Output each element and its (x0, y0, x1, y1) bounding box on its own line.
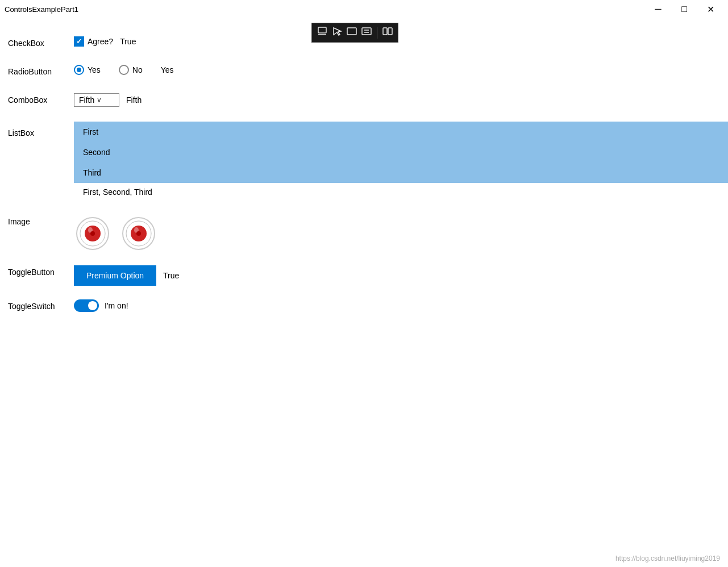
radiobutton-section-label: RadioButton (0, 65, 74, 76)
listbox-selected-text: First, Second, Third (74, 183, 728, 201)
svg-rect-6 (383, 28, 387, 35)
title-bar: ControlsExamplePart1 ─ □ ✕ (0, 0, 728, 18)
toggleswitch-section-label: ToggleSwitch (0, 299, 74, 311)
dial-svg-1 (76, 216, 110, 251)
checkbox-label: Agree? (88, 37, 113, 46)
radio-no-outer[interactable] (119, 65, 129, 75)
toolbar-icon-1[interactable] (317, 26, 328, 40)
listbox-item-2[interactable]: Third (74, 162, 728, 183)
radio-yes-inner (77, 68, 81, 72)
svg-rect-3 (362, 28, 371, 35)
window-controls: ─ □ ✕ (645, 0, 723, 18)
combobox-status: Fifth (126, 95, 142, 105)
toolbar-icon-5[interactable] (382, 26, 393, 40)
minimize-button[interactable]: ─ (645, 0, 671, 18)
combobox-row: ComboBox Fifth ∨ Fifth (0, 86, 728, 115)
combobox-selected-text: Fifth (79, 95, 94, 105)
svg-point-17 (136, 231, 141, 236)
radio-no-label: No (132, 65, 143, 74)
checkbox-check-icon: ✓ (76, 37, 82, 45)
toolbar-icon-2[interactable] (331, 26, 343, 40)
listbox-item-1[interactable]: Second (74, 142, 728, 162)
svg-point-12 (90, 231, 95, 236)
image-section-label: Image (0, 215, 74, 226)
svg-rect-0 (318, 27, 326, 33)
togglebutton-status: True (163, 271, 179, 280)
togglebutton-content: Premium Option True (74, 265, 728, 286)
close-button[interactable]: ✕ (697, 0, 723, 18)
toolbar (311, 23, 398, 43)
listbox-item-0[interactable]: First (74, 122, 728, 142)
toggle-switch-container: I'm on! (74, 299, 128, 312)
toggleswitch-content: I'm on! (74, 299, 728, 312)
togglebutton-section-label: ToggleButton (0, 265, 74, 277)
svg-rect-2 (347, 28, 356, 35)
image-row: Image (0, 208, 728, 259)
togglebutton-row: ToggleButton Premium Option True (0, 259, 728, 293)
toolbar-icon-3[interactable] (346, 26, 357, 40)
image-content (74, 215, 728, 252)
radio-yes-label: Yes (88, 65, 101, 74)
radio-status: Yes (161, 65, 174, 74)
checkbox-box[interactable]: ✓ (74, 36, 84, 47)
main-content: CheckBox ✓ Agree? True RadioButton Yes N (0, 18, 728, 321)
combobox-control[interactable]: Fifth ∨ (74, 93, 119, 107)
listbox-row: ListBox First Second Third First, Second… (0, 115, 728, 208)
image-dial-1 (74, 215, 111, 252)
radio-yes-outer[interactable] (74, 65, 84, 75)
radiobutton-row: RadioButton Yes No Yes (0, 58, 728, 86)
toggle-switch-label: I'm on! (105, 301, 128, 310)
radiobutton-content: Yes No Yes (74, 65, 728, 75)
radio-no-wrapper[interactable]: No (119, 65, 143, 75)
checkbox-section-label: CheckBox (0, 36, 74, 48)
footer-url: https://blog.csdn.net/liuyiming2019 (615, 555, 720, 562)
maximize-button[interactable]: □ (671, 0, 697, 18)
radio-yes-wrapper[interactable]: Yes (74, 65, 101, 75)
combobox-arrow-icon: ∨ (97, 96, 102, 104)
toggleswitch-row: ToggleSwitch I'm on! (0, 293, 728, 321)
checkbox-content: ✓ Agree? True (74, 36, 728, 47)
toolbar-icon-4[interactable] (361, 26, 372, 40)
toggle-switch[interactable] (74, 299, 99, 312)
window-title: ControlsExamplePart1 (5, 5, 78, 14)
listbox-section-label: ListBox (0, 122, 74, 137)
combobox-section-label: ComboBox (0, 93, 74, 105)
listbox-control[interactable]: First Second Third (74, 122, 728, 183)
dial-svg-2 (122, 216, 156, 251)
toggle-button[interactable]: Premium Option (74, 265, 156, 286)
toolbar-separator (377, 27, 377, 39)
image-dial-2 (120, 215, 157, 252)
checkbox-wrapper[interactable]: ✓ Agree? (74, 36, 113, 47)
checkbox-status: True (120, 37, 136, 46)
toggle-switch-thumb (88, 301, 97, 310)
svg-rect-7 (388, 28, 392, 35)
combobox-content: Fifth ∨ Fifth (74, 93, 728, 107)
